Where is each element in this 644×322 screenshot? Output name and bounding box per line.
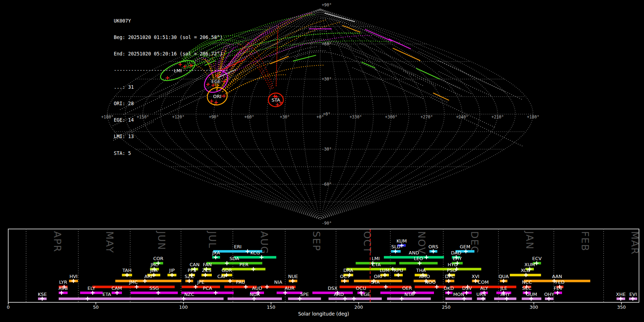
shower-bar-nue: NUE	[288, 274, 298, 283]
peak-cross	[228, 279, 232, 283]
activity-bar	[115, 280, 181, 282]
shower-bar-tah: TAH	[122, 268, 132, 277]
peak-cross	[462, 297, 466, 301]
lat-grid-label: -90°	[322, 221, 332, 226]
shower-code-label: URS	[477, 292, 486, 297]
shower-code-label: EGE	[361, 292, 370, 297]
activity-bar	[59, 298, 155, 300]
count-lmi: LMI: 13	[114, 134, 228, 139]
meteor-track	[226, 65, 325, 94]
month-label-jul: JUL	[207, 230, 218, 249]
peak-cross	[343, 297, 347, 301]
shower-bar-xhe: XHE	[616, 292, 626, 301]
shower-code-label: TAH	[122, 268, 132, 273]
shower-code-label: CAN	[190, 262, 200, 267]
meridian-line	[320, 9, 444, 219]
x-tick-label: 100	[179, 304, 188, 310]
shower-code-label: AAN	[552, 274, 562, 279]
peak-cross	[187, 279, 191, 283]
meteor-track	[390, 63, 462, 96]
x-tick-label: 50	[93, 304, 99, 310]
activity-bar	[92, 286, 175, 288]
meteor-streak	[389, 39, 411, 49]
shower-code-label: XHE	[616, 292, 626, 297]
peak-cross	[170, 273, 174, 277]
meteor-track	[439, 72, 492, 96]
shower-bar-dpc: DPC	[445, 274, 455, 283]
x-axis: 050100150200250300350Solar longitude (de…	[7, 302, 626, 317]
shower-code-label: NUE	[288, 274, 298, 279]
lat-grid-label: -60°	[322, 182, 332, 187]
lon-grid-label: +30°	[280, 114, 290, 119]
shower-code-label: KUM	[396, 238, 407, 244]
shower-code-label: PCA	[203, 286, 212, 291]
peak-cross	[91, 291, 95, 295]
shower-code-label: LUM	[380, 268, 389, 273]
shower-code-label: HVI	[69, 274, 78, 279]
shower-code-label: PPS	[188, 268, 196, 273]
lon-grid-label: +180°	[527, 114, 540, 119]
peak-cross	[464, 249, 468, 253]
meteor-track	[459, 117, 522, 146]
station-info: UK007Y Beg: 20251020 01:51:30 (sol = 206…	[114, 7, 228, 167]
lat-grid-label: -30°	[322, 147, 332, 152]
peak-cross	[424, 255, 428, 259]
peak-cross	[214, 291, 218, 295]
lon-grid-label: +270°	[420, 114, 433, 119]
lon-grid-label: +210°	[492, 114, 504, 119]
peak-cross	[400, 297, 404, 301]
shower-row-violet: KSEETANZCNDASPEARDEGENTAMONURSAHYGUMOHYX…	[38, 292, 637, 301]
shower-code-label: CAP	[217, 274, 226, 279]
shower-code-label: EHY	[453, 256, 462, 261]
peak-cross	[225, 261, 229, 265]
shower-bar-cam: CAM	[112, 286, 122, 295]
shower-code-label: AHY	[501, 292, 510, 297]
peak-cross	[115, 291, 119, 295]
activity-bar	[340, 286, 411, 288]
shower-bar-nda: NDA	[228, 292, 282, 301]
shower-code-label: GEM	[460, 244, 470, 249]
count-ege: EGE: 14	[114, 117, 228, 123]
lat-grid-label: +90°	[322, 3, 332, 8]
activity-bar	[288, 298, 321, 300]
month-label-may: MAY	[104, 231, 115, 253]
shower-code-label: DAD	[451, 250, 462, 255]
shower-code-label: COM	[478, 279, 489, 285]
shower-code-label: FAN	[203, 262, 212, 267]
lon-grid-label: +300°	[385, 114, 397, 119]
shower-bar-jxa: JXA	[212, 250, 220, 259]
shower-code-label: OER	[402, 286, 412, 291]
shower-bar-szc: SZC	[185, 274, 194, 283]
peak-cross	[245, 249, 249, 253]
peak-cross	[125, 273, 129, 277]
shower-code-label: ECV	[532, 256, 542, 261]
shower-bar-oct: OCT	[340, 274, 350, 283]
shower-code-label: OCU	[356, 286, 366, 291]
peak-cross	[194, 285, 197, 289]
peak-cross	[394, 249, 397, 253]
observation-end: End: 20251020 05:20:16 (sol = 206.72°)	[114, 51, 228, 57]
peak-cross	[298, 297, 302, 301]
shower-code-label: JPE	[197, 279, 204, 285]
x-tick-label: 350	[617, 304, 626, 310]
shower-bar-dkd: DKD	[444, 286, 454, 295]
shower-code-label: JLE	[500, 286, 507, 291]
shower-code-label: ELY	[88, 286, 96, 291]
shower-code-label: DPC	[445, 274, 455, 279]
count-sporadic: ...: 31	[114, 84, 228, 90]
peak-cross	[505, 297, 509, 301]
shower-code-label: NIA	[274, 279, 282, 285]
peak-cross	[244, 285, 248, 289]
shower-code-label: JEA	[150, 268, 157, 273]
peak-cross	[547, 297, 551, 301]
shower-code-label: QUA	[498, 274, 509, 279]
peak-cross	[252, 267, 255, 271]
shower-code-label: XCB	[521, 268, 530, 273]
meteor-track	[375, 69, 447, 102]
shower-bar-xcb: XCB	[510, 268, 541, 277]
x-tick-label: 300	[530, 304, 538, 310]
activity-bar	[131, 292, 178, 294]
peak-cross	[529, 297, 533, 301]
activity-bar	[155, 298, 224, 300]
shower-code-label: DSX	[328, 286, 337, 291]
